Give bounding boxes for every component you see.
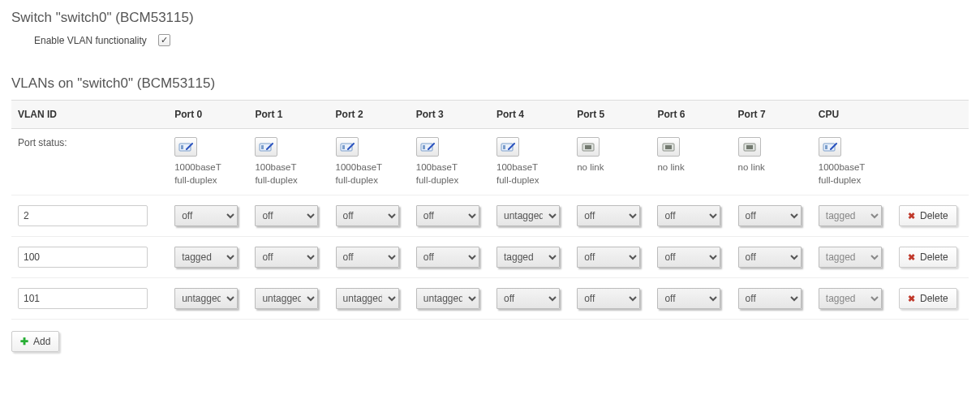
vlan-mode-select[interactable]: offuntaggedtagged [416,247,479,268]
add-button-label: Add [33,336,50,347]
svg-rect-13 [665,145,672,149]
port-status-text: 1000baseTfull-duplex [336,161,403,187]
port-status-text: 1000baseTfull-duplex [174,161,242,187]
vlan-mode-select[interactable]: offuntaggedtagged [577,288,640,309]
switch-section-title: Switch "switch0" (BCM53115) [11,10,969,26]
check-icon: ✓ [161,35,168,45]
vlan-id-input[interactable] [18,288,148,309]
vlan-mode-select[interactable]: offuntaggedtagged [174,288,238,309]
port-status-cell: no link [651,129,731,195]
vlan-mode-select[interactable]: offuntaggedtagged [255,288,318,309]
vlan-mode-select[interactable]: offuntaggedtagged [738,288,802,309]
port-status-cell: 100baseTfull-duplex [248,129,329,195]
svg-rect-1 [181,145,183,149]
port-status-text: no link [657,161,724,174]
col-cpu: CPU [812,101,892,129]
vlan-mode-select[interactable]: offuntaggedtagged [174,247,238,268]
vlan-mode-select[interactable]: offuntaggedtagged [657,247,720,268]
port-status-cell: no link [570,129,651,195]
vlan-mode-select[interactable]: offuntaggedtagged [416,205,479,226]
port-status-cell: 100baseTfull-duplex [490,129,570,195]
svg-rect-9 [503,145,505,149]
delete-icon: ✖ [908,253,915,262]
col-port-1: Port 1 [248,101,329,129]
port-status-cell: 1000baseTfull-duplex [812,129,892,195]
vlan-mode-select[interactable]: offuntaggedtagged [496,247,560,268]
vlan-id-input[interactable] [18,205,148,226]
vlan-id-input[interactable] [18,247,148,268]
vlan-table-header: VLAN ID Port 0 Port 1 Port 2 Port 3 Port… [11,101,969,129]
vlan-mode-select[interactable]: offuntaggedtagged [496,288,560,309]
port-status-row: Port status:1000baseTfull-duplex100baseT… [11,129,969,195]
svg-rect-15 [746,145,753,149]
col-port-2: Port 2 [329,101,410,129]
port-status-cell: no link [732,129,812,195]
vlans-section-title: VLANs on "switch0" (BCM53115) [11,75,969,92]
vlan-mode-select[interactable]: offuntaggedtagged [657,205,720,226]
col-port-6: Port 6 [651,101,731,129]
vlan-mode-select[interactable]: offuntaggedtagged [174,205,238,226]
vlan-mode-select[interactable]: offuntaggedtagged [336,247,399,268]
delete-button[interactable]: ✖Delete [899,288,957,309]
vlan-mode-select[interactable]: offuntaggedtagged [819,205,882,226]
vlan-mode-select[interactable]: offuntaggedtagged [738,247,802,268]
delete-button-label: Delete [920,210,948,221]
enable-vlan-checkbox[interactable]: ✓ [158,34,170,46]
col-port-0: Port 0 [168,101,248,129]
enable-vlan-label: Enable VLAN functionality [34,35,147,46]
svg-rect-5 [342,145,345,149]
add-button[interactable]: ✚ Add [11,331,59,352]
vlan-mode-select[interactable]: offuntaggedtagged [336,288,399,309]
port-status-text: no link [738,161,806,174]
port-link-icon [174,137,197,157]
delete-button[interactable]: ✖Delete [899,205,957,226]
vlan-row: offuntaggedtaggedoffuntaggedtaggedoffunt… [11,278,969,320]
col-port-3: Port 3 [410,101,490,129]
port-link-icon [819,137,841,157]
vlan-mode-select[interactable]: offuntaggedtagged [255,205,318,226]
vlan-mode-select[interactable]: offuntaggedtagged [255,247,318,268]
svg-rect-17 [825,145,827,149]
port-link-icon [416,137,439,157]
vlan-mode-select[interactable]: offuntaggedtagged [416,288,479,309]
port-status-cell: 1000baseTfull-duplex [329,129,410,195]
vlan-mode-select[interactable]: offuntaggedtagged [657,288,720,309]
delete-icon: ✖ [908,294,915,303]
delete-button-label: Delete [920,293,948,304]
port-nolink-icon [577,137,600,157]
port-status-text: 1000baseTfull-duplex [819,161,886,187]
delete-button-label: Delete [920,251,948,263]
port-nolink-icon [657,137,680,157]
col-port-5: Port 5 [570,101,651,129]
vlan-mode-select[interactable]: offuntaggedtagged [819,247,882,268]
port-status-text: no link [577,161,644,174]
vlan-mode-select[interactable]: offuntaggedtagged [496,205,560,226]
delete-button[interactable]: ✖Delete [899,247,957,268]
port-link-icon [336,137,359,157]
col-vlan-id: VLAN ID [11,101,168,129]
delete-icon: ✖ [908,212,915,221]
port-link-icon [255,137,277,157]
vlan-mode-select[interactable]: offuntaggedtagged [819,288,882,309]
svg-rect-3 [261,145,264,149]
port-status-text: 100baseTfull-duplex [255,161,322,187]
vlan-row: offuntaggedtaggedoffuntaggedtaggedoffunt… [11,237,969,278]
vlan-mode-select[interactable]: offuntaggedtagged [336,205,399,226]
col-port-7: Port 7 [732,101,812,129]
vlan-mode-select[interactable]: offuntaggedtagged [577,247,640,268]
vlan-mode-select[interactable]: offuntaggedtagged [577,205,640,226]
port-link-icon [496,137,519,157]
svg-rect-7 [423,145,425,149]
port-status-cell: 1000baseTfull-duplex [168,129,248,195]
port-status-label: Port status: [11,129,168,195]
svg-rect-11 [585,145,591,149]
port-status-cell: 100baseTfull-duplex [410,129,490,195]
port-status-text: 100baseTfull-duplex [416,161,484,187]
port-nolink-icon [738,137,761,157]
vlan-mode-select[interactable]: offuntaggedtagged [738,205,802,226]
col-port-4: Port 4 [490,101,570,129]
vlan-row: offuntaggedtaggedoffuntaggedtaggedoffunt… [11,195,969,237]
add-icon: ✚ [20,337,28,346]
port-status-text: 100baseTfull-duplex [496,161,564,187]
